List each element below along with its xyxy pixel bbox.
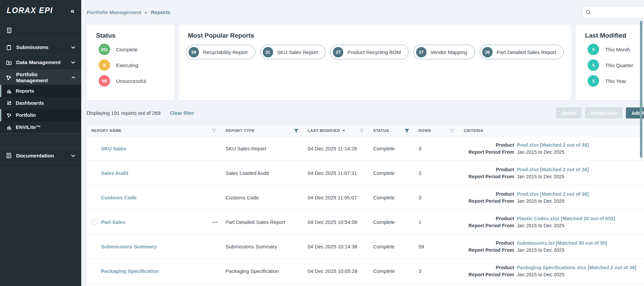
last-modified-item[interactable]: 0 This Month bbox=[583, 44, 644, 55]
partial-next-row bbox=[87, 283, 644, 286]
breadcrumb: Portfolio Management » Reports bbox=[87, 9, 170, 15]
column-header-last-modified[interactable]: LAST MODIFIED▼ bbox=[303, 129, 368, 133]
report-name-link[interactable]: Submissions Summary bbox=[101, 244, 157, 249]
report-name-link[interactable]: SKU Sales bbox=[101, 146, 126, 151]
search-input[interactable] bbox=[594, 9, 642, 15]
sidebar-item-company[interactable] bbox=[0, 21, 81, 40]
sidebar-header: LORAX EPI « bbox=[0, 0, 81, 21]
last-modified-count-badge: 0 bbox=[588, 44, 599, 55]
sidebar-item-label: Reports bbox=[16, 88, 34, 94]
breadcrumb-reports[interactable]: Reports bbox=[151, 9, 170, 15]
sidebar-item-portfolio[interactable]: Portfolio bbox=[0, 109, 81, 121]
delete-button[interactable]: Delete bbox=[556, 107, 582, 118]
cell-criteria: Product Plastic Codes.xlsx [Matched 20 o… bbox=[459, 216, 644, 228]
status-label: Complete bbox=[116, 47, 138, 52]
column-header-criteria[interactable]: CRITERIA bbox=[459, 129, 644, 133]
criteria-period-value: Jan 2015 to Dec 2025 bbox=[517, 149, 644, 155]
cell-rows: 3 bbox=[414, 170, 459, 176]
sidebar-item-dashboards[interactable]: Dashboards bbox=[0, 97, 81, 109]
filter-icon[interactable] bbox=[294, 129, 298, 133]
cell-rows: 3 bbox=[414, 146, 459, 151]
cell-report-type: Submissions Summary bbox=[221, 244, 303, 249]
cell-report-name: Packaging Specification ••• bbox=[87, 268, 221, 274]
popular-report-pill[interactable]: 27 Vendor Mapping bbox=[413, 45, 475, 59]
status-item[interactable]: 0 Executing bbox=[94, 59, 167, 71]
popular-report-pill[interactable]: 26 Part Detailed Sales Report bbox=[480, 45, 564, 59]
last-modified-item[interactable]: 5 This Quarter bbox=[583, 59, 644, 71]
popular-report-pill[interactable]: 59 Recyclability Report bbox=[186, 45, 255, 59]
popular-report-pill[interactable]: 27 Product Recycling BOM bbox=[330, 45, 408, 59]
report-name-link[interactable]: Customs Code bbox=[101, 195, 137, 200]
criteria-period-label: Report Period From bbox=[464, 149, 514, 155]
chevron-down-icon bbox=[71, 46, 75, 49]
popular-report-label: Recyclability Report bbox=[203, 49, 248, 55]
filter-icon[interactable] bbox=[212, 129, 216, 133]
column-header-report-name[interactable]: REPORT NAME bbox=[87, 129, 221, 133]
criteria-product-label: Product bbox=[464, 216, 514, 221]
column-header-status[interactable]: STATUS bbox=[368, 129, 414, 133]
cell-report-name: SKU Sales ••• bbox=[87, 146, 221, 151]
sidebar-item-data-management[interactable]: Data Management bbox=[0, 55, 81, 70]
table-row: Part Sales ••• Part Detailed Sales Repor… bbox=[87, 210, 644, 234]
folder-upload-icon bbox=[6, 60, 12, 65]
criteria-period-value: Jan 2015 to Dec 2025 bbox=[517, 247, 644, 253]
cell-report-name: Submissions Summary ••• bbox=[87, 244, 221, 249]
status-card-title: Status bbox=[96, 32, 167, 39]
topbar-right bbox=[582, 6, 644, 18]
cell-report-type: Customs Code bbox=[221, 195, 303, 200]
results-summary: Displaying 191 reports out of 269 bbox=[87, 110, 160, 116]
status-item[interactable]: 201 Complete bbox=[94, 44, 167, 55]
sidebar-item-label: Portfolio Management bbox=[16, 72, 67, 84]
vertical-scrollbar[interactable] bbox=[640, 21, 642, 158]
sidebar-item-portfolio-management[interactable]: Portfolio Management bbox=[0, 70, 81, 85]
popular-count-badge: 59 bbox=[189, 47, 199, 57]
criteria-product-link[interactable]: Prod.xlsx [Matched 2 out of 38] bbox=[517, 142, 644, 148]
row-checkbox[interactable] bbox=[91, 219, 97, 225]
sidebar-collapse-button[interactable]: « bbox=[70, 7, 75, 14]
search-box bbox=[582, 6, 644, 18]
column-header-report-type[interactable]: REPORT TYPE bbox=[221, 129, 303, 133]
status-label: Executing bbox=[116, 62, 138, 68]
criteria-period-value: Jan 2015 to Dec 2025 bbox=[517, 223, 644, 228]
cell-rows: 3 bbox=[414, 268, 459, 274]
criteria-product-link[interactable]: Packaging Specifications.xlsx [Matched 2… bbox=[517, 265, 644, 270]
clear-filter-link[interactable]: Clear filter bbox=[170, 110, 194, 116]
report-name-link[interactable]: Sales Audit bbox=[101, 170, 128, 176]
filter-icon[interactable] bbox=[450, 129, 454, 133]
cell-report-type: Sales Loaded Audit bbox=[221, 170, 303, 176]
popular-report-label: SKU Sales Report bbox=[277, 49, 318, 55]
criteria-product-link[interactable]: Prod.xlsx [Matched 2 out of 38] bbox=[517, 191, 644, 197]
criteria-product-label: Product bbox=[464, 167, 514, 172]
column-header-rows[interactable]: ROWS bbox=[414, 129, 459, 133]
status-count-badge: 201 bbox=[99, 44, 110, 55]
criteria-product-link[interactable]: Plastic Codes.xlsx [Matched 20 out of 65… bbox=[517, 216, 644, 221]
filter-icon[interactable] bbox=[359, 129, 364, 133]
popular-report-label: Part Detailed Sales Report bbox=[497, 49, 556, 55]
last-modified-label: This Year bbox=[605, 78, 626, 84]
criteria-period-value: Jan 2015 to Dec 2025 bbox=[517, 272, 644, 277]
cell-last-modified: 04 Dec 2025 10:14:38 bbox=[303, 244, 368, 249]
status-item[interactable]: 68 Unsuccessful bbox=[94, 75, 167, 87]
breadcrumb-portfolio-management[interactable]: Portfolio Management bbox=[87, 9, 141, 15]
sidebar-item-envilite[interactable]: ENVILite™ bbox=[0, 121, 81, 133]
cell-status: Complete bbox=[368, 170, 414, 176]
cell-status: Complete bbox=[368, 244, 414, 249]
popular-report-pill[interactable]: 31 SKU Sales Report bbox=[260, 45, 326, 59]
sidebar-item-submissions[interactable]: Submissions bbox=[0, 40, 81, 55]
popular-report-label: Product Recycling BOM bbox=[347, 49, 401, 55]
filter-icon[interactable] bbox=[405, 129, 409, 133]
row-menu-icon[interactable]: ••• bbox=[212, 220, 218, 225]
sidebar-item-reports[interactable]: Reports bbox=[0, 85, 81, 97]
criteria-product-link[interactable]: Prod.xlsx [Matched 2 out of 38] bbox=[517, 167, 644, 172]
report-name-link[interactable]: Part Sales bbox=[101, 219, 126, 225]
most-popular-reports-card: Most Popular Reports 59 Recyclability Re… bbox=[179, 25, 571, 100]
report-name-link[interactable]: Packaging Specification bbox=[101, 268, 159, 274]
sidebar-spacer bbox=[0, 134, 81, 148]
criteria-product-link[interactable]: Submissions.txt [Matched 50 out of 50] bbox=[517, 240, 644, 246]
popular-count-badge: 31 bbox=[263, 47, 273, 57]
sidebar-item-documentation[interactable]: Documentation bbox=[0, 148, 81, 163]
status-count-badge: 0 bbox=[99, 59, 110, 71]
cell-report-name: Customs Code ••• bbox=[87, 195, 221, 200]
recalculate-button[interactable]: Recalculate bbox=[585, 107, 623, 118]
last-modified-item[interactable]: 5 This Year bbox=[583, 75, 644, 87]
